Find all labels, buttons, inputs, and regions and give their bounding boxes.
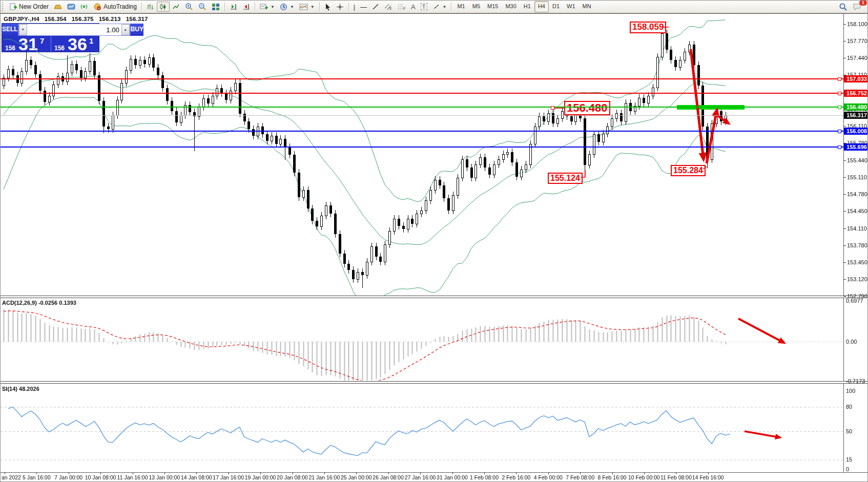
time-label: 10 Jan 08:00 — [85, 474, 116, 480]
macd-splitter[interactable] — [1, 296, 868, 298]
autotrading-label: AutoTrading — [104, 3, 137, 10]
channel-tool[interactable]: E — [382, 2, 395, 12]
price-tick-mark — [843, 211, 846, 212]
gold-chart-button[interactable] — [51, 2, 65, 12]
arrows-caret-icon: ▼ — [443, 5, 447, 9]
price-tick-label: 155.110 — [847, 174, 867, 180]
autotrading-button[interactable]: AutoTrading — [91, 2, 139, 12]
level-line-156752[interactable] — [1, 93, 843, 94]
level-axis-square — [838, 130, 841, 133]
rsi-scale-label: 100 — [846, 388, 855, 394]
text-tool[interactable]: A — [408, 2, 418, 12]
level-line-157033[interactable] — [1, 78, 843, 79]
timeframe-button-mn[interactable]: MN — [579, 1, 595, 12]
zoom-out-button[interactable] — [196, 2, 209, 12]
timeframe-button-m30[interactable]: M30 — [502, 1, 520, 12]
timeframe-button-m15[interactable]: M15 — [484, 1, 502, 12]
fibonacci-tool[interactable]: F — [395, 2, 408, 12]
new-order-icon — [9, 3, 17, 11]
macd-panel-canvas[interactable] — [1, 298, 843, 381]
price-tick-label: 154.110 — [847, 225, 867, 232]
signals-button[interactable] — [78, 2, 91, 12]
candlestick-chart-button[interactable] — [157, 2, 170, 12]
timeframe-button-h4[interactable]: H4 — [534, 1, 549, 12]
indicators-button[interactable]: ▼ — [297, 2, 317, 12]
price-tick-mark — [843, 126, 846, 127]
price-chart-canvas[interactable] — [1, 14, 843, 296]
level-line-155696[interactable] — [1, 146, 843, 148]
time-label: 2 Feb 16:00 — [502, 474, 530, 480]
current-price-line[interactable] — [1, 115, 843, 116]
rsi-panel-canvas[interactable] — [1, 384, 843, 472]
horizontal-line-tool[interactable]: — — [358, 2, 369, 12]
crosshair-icon — [336, 3, 344, 11]
price-annotation-155284[interactable]: 155.284 — [671, 165, 706, 176]
auto-scroll-button[interactable] — [227, 2, 240, 12]
cursor-icon — [324, 3, 331, 11]
community-button[interactable] — [65, 2, 78, 12]
mt4-terminal-window: New Order AutoTrading — [0, 0, 868, 482]
auto-scroll-icon — [230, 3, 237, 11]
notifications-button[interactable]: 1 — [850, 2, 864, 12]
candlestick-chart-icon — [159, 3, 167, 11]
tile-windows-button[interactable] — [209, 2, 222, 12]
time-label: 11 Feb 08:00 — [660, 474, 692, 480]
chart-shift-button[interactable] — [240, 2, 253, 12]
notification-badge: 1 — [859, 0, 867, 6]
level-axis-square — [838, 145, 841, 149]
toolbar-separator — [255, 2, 255, 11]
timeframe-button-h1[interactable]: H1 — [520, 1, 534, 12]
level-line-156480[interactable] — [1, 107, 843, 108]
price-tick-mark — [843, 245, 846, 246]
period-button[interactable]: ▼ — [277, 2, 297, 12]
macd-label: ACD(12,26,9) -0.0256 0.1393 — [2, 300, 76, 306]
price-badge-155696: 155.696 — [844, 143, 868, 151]
time-label: an 2022 — [2, 474, 21, 480]
level-line-156008[interactable] — [1, 131, 843, 132]
timeframe-button-w1[interactable]: W1 — [563, 1, 579, 12]
time-label: 27 Jan 16:00 — [405, 474, 436, 480]
crosshair-tool-button[interactable] — [334, 2, 346, 12]
toolbar-separator — [224, 2, 225, 11]
trendline-icon — [372, 3, 379, 10]
time-axis-line — [1, 472, 868, 473]
timeframe-button-d1[interactable]: D1 — [549, 1, 563, 12]
toolbar-separator — [141, 2, 142, 11]
toolbar-grip[interactable] — [2, 2, 5, 11]
price-tick-label: 154.780 — [847, 191, 867, 197]
new-order-button[interactable]: New Order — [7, 2, 51, 12]
rsi-splitter[interactable] — [1, 381, 868, 384]
indicators-icon — [299, 4, 308, 10]
search-button[interactable] — [836, 2, 850, 12]
toolbar-separator — [451, 2, 451, 11]
timeframe-button-m5[interactable]: M5 — [469, 1, 484, 12]
price-badge-156317: 156.317 — [844, 112, 868, 119]
zoom-in-button[interactable] — [182, 2, 196, 12]
time-label: 31 Jan 00:00 — [437, 474, 468, 480]
new-chart-button[interactable]: ▼ — [257, 2, 277, 12]
vertical-line-tool[interactable]: | — [351, 2, 358, 12]
timeframe-button-m1[interactable]: M1 — [453, 1, 468, 12]
line-chart-icon — [172, 3, 180, 11]
price-tick-label: 153.780 — [847, 242, 867, 248]
time-label: 13 Jan 00:00 — [149, 474, 180, 480]
trendline-tool[interactable] — [369, 2, 382, 12]
text-label-tool[interactable]: T — [418, 2, 430, 12]
channel-icon: E — [384, 3, 392, 10]
level-axis-square — [838, 92, 841, 95]
text-tool-icon: A — [411, 3, 416, 11]
price-annotation-158059[interactable]: 158.059 — [630, 22, 666, 33]
cursor-tool-button[interactable] — [322, 2, 334, 12]
new-chart-caret-icon: ▼ — [271, 5, 275, 9]
bar-chart-button[interactable] — [144, 2, 157, 12]
line-chart-button[interactable] — [170, 2, 182, 12]
arrows-tool[interactable]: ▼ — [430, 2, 449, 12]
price-annotation-156480[interactable]: 156.480 — [564, 101, 610, 115]
new-chart-icon — [260, 3, 268, 10]
fibonacci-icon: F — [398, 3, 406, 10]
macd-scale-label: -0.7173 — [846, 378, 865, 384]
time-label: 26 Jan 08:00 — [373, 474, 404, 480]
tile-windows-icon — [212, 3, 220, 11]
price-annotation-155124[interactable]: 155.124 — [548, 173, 583, 184]
time-label: 5 Jan 16:00 — [23, 474, 51, 480]
